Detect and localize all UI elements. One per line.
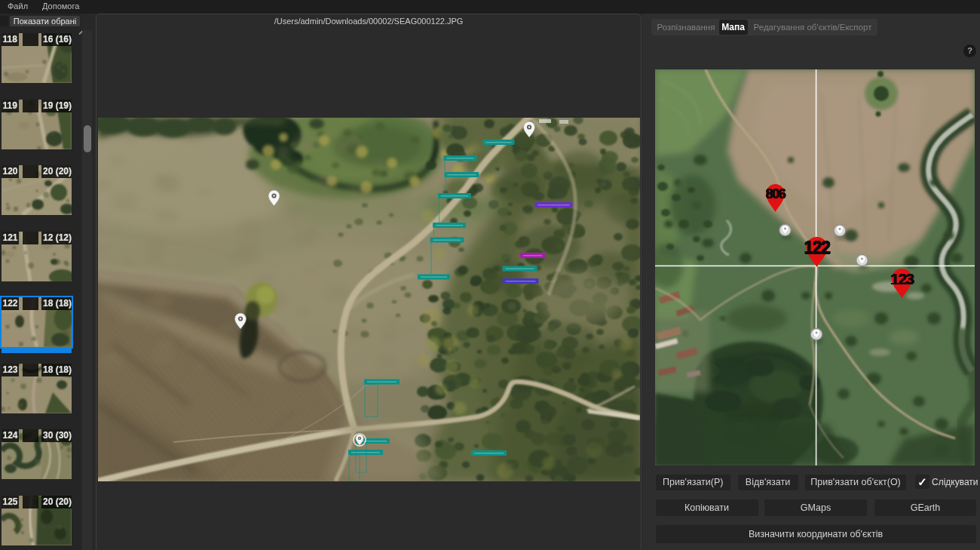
svg-text:806: 806: [766, 186, 786, 201]
svg-text:123: 123: [890, 270, 914, 287]
svg-text:122: 122: [804, 238, 831, 257]
